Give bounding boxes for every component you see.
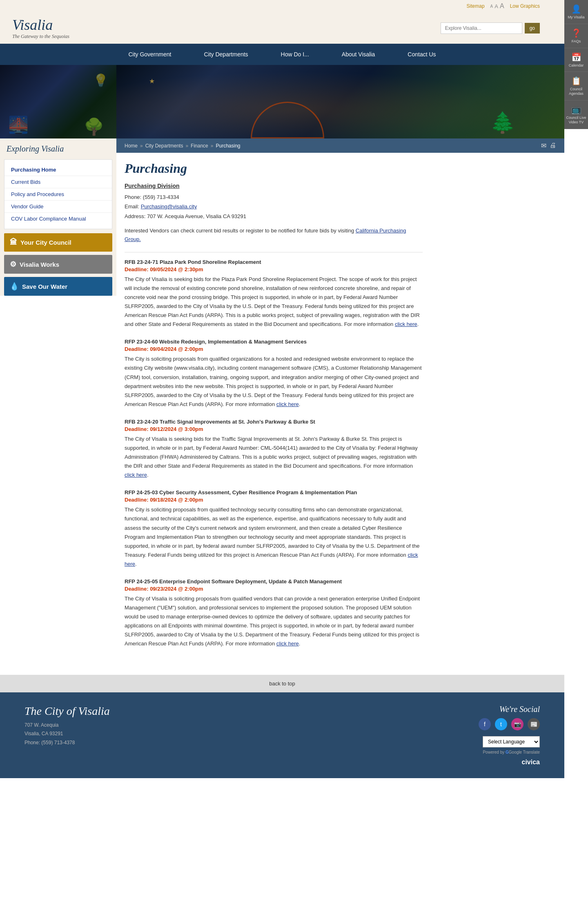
nav-contact-us[interactable]: Contact Us xyxy=(391,44,452,65)
intro-text: Interested Vendors can check current bid… xyxy=(125,227,423,244)
save-our-water-btn[interactable]: 💧 Save Our Water xyxy=(4,277,112,296)
nav-current-bids[interactable]: Current Bids xyxy=(4,176,112,188)
footer-address: 707 W. Acequia Visalia, CA 93291 Phone: … xyxy=(24,721,110,748)
nav-policy-procedures[interactable]: Policy and Procedures xyxy=(4,188,112,201)
calendar-btn[interactable]: 📅 Calendar xyxy=(564,48,588,72)
save-water-icon: 💧 xyxy=(10,282,19,291)
logo-area: Visalia The Gateway to the Sequoias xyxy=(12,16,69,40)
breadcrumb-actions: ✉ 🖨 xyxy=(541,142,556,150)
bid-2-body: The City is soliciting proposals from qu… xyxy=(125,355,423,409)
my-visalia-icon: 👤 xyxy=(571,4,581,14)
breadcrumb: Home » City Departments » Finance » Purc… xyxy=(116,138,564,153)
nav-city-departments[interactable]: City Departments xyxy=(187,44,264,65)
bid-item-5: RFP 24-25-05 Enterprise Endpoint Softwar… xyxy=(125,578,423,649)
nav-city-government[interactable]: City Government xyxy=(112,44,187,65)
font-large-btn[interactable]: A xyxy=(500,2,504,10)
nav-cov-labor[interactable]: COV Labor Compliance Manual xyxy=(4,213,112,225)
bid-1-deadline: Deadline: 09/05/2024 @ 2:30pm xyxy=(125,266,423,272)
contact-email: Email: Purchasing@visalia.city xyxy=(125,202,423,211)
language-select[interactable]: Select Language xyxy=(483,736,540,748)
font-med-btn[interactable]: A xyxy=(494,3,498,9)
back-to-top-link[interactable]: back to top xyxy=(269,681,295,687)
bid-1-title: RFB 23-24-71 Plaza Park Pond Shoreline R… xyxy=(125,259,423,265)
faqs-btn[interactable]: ❓ FAQs xyxy=(564,24,588,48)
email-label: Email: xyxy=(125,203,141,210)
my-visalia-btn[interactable]: 👤 My Visalia xyxy=(564,0,588,24)
bid-3-link[interactable]: click here xyxy=(125,472,147,478)
bid-5-link[interactable]: click here xyxy=(276,640,299,647)
exploring-header: Exploring Visalia xyxy=(0,138,116,159)
footer-logo: The City of Visalia xyxy=(24,705,110,718)
city-council-label: Your City Council xyxy=(20,239,71,246)
nav-how-do-i[interactable]: How Do I... xyxy=(265,44,325,65)
breadcrumb-city-departments[interactable]: City Departments xyxy=(145,143,183,149)
print-icon[interactable]: 🖨 xyxy=(550,142,556,150)
rss-icon[interactable]: 📰 xyxy=(528,718,540,730)
bid-3-deadline: Deadline: 09/12/2024 @ 3:00pm xyxy=(125,426,423,432)
bid-1-body: The City of Visalia is seeking bids for … xyxy=(125,275,423,329)
nav-about-visalia[interactable]: About Visalia xyxy=(325,44,391,65)
twitter-icon[interactable]: t xyxy=(495,718,507,730)
council-live-label: Council Live Video TV xyxy=(564,116,588,125)
bid-3-body: The City of Visalia is seeking bids for … xyxy=(125,435,423,480)
nav-vendor-guide[interactable]: Vendor Guide xyxy=(4,201,112,213)
visalia-works-icon: ⚙ xyxy=(10,260,16,269)
visalia-works-btn[interactable]: ⚙ Visalia Works xyxy=(4,255,112,274)
top-bar: Sitemap A A A Low Graphics xyxy=(0,0,564,12)
email-page-icon[interactable]: ✉ xyxy=(541,142,546,150)
bid-4-body: The City is soliciting proposals from qu… xyxy=(125,505,423,569)
main-nav: City Government City Departments How Do … xyxy=(0,44,564,65)
bid-4-link[interactable]: click here xyxy=(125,552,418,567)
page-title: Purchasing xyxy=(125,161,423,176)
council-agendas-btn[interactable]: 📋 Council Agendas xyxy=(564,72,588,100)
nav-purchasing-home[interactable]: Purchasing Home xyxy=(4,164,112,176)
cpg-link[interactable]: California Purchasing Group. xyxy=(125,228,406,242)
bid-5-title: RFP 24-25-05 Enterprise Endpoint Softwar… xyxy=(125,578,423,585)
breadcrumb-home[interactable]: Home xyxy=(125,143,138,149)
sitemap-link[interactable]: Sitemap xyxy=(467,3,485,9)
search-area: go xyxy=(441,22,540,34)
email-link[interactable]: Purchasing@visalia.city xyxy=(141,203,197,210)
bid-1-link[interactable]: click here xyxy=(395,321,417,327)
search-button[interactable]: go xyxy=(525,23,540,33)
contact-info: Phone: (559) 713-4334 Email: Purchasing@… xyxy=(125,192,423,221)
your-city-council-btn[interactable]: 🏛 Your City Council xyxy=(4,233,112,252)
we-social-label: We're Social xyxy=(479,705,540,714)
right-sidebar: 👤 My Visalia ❓ FAQs 📅 Calendar 📋 Council… xyxy=(564,0,588,129)
facebook-icon[interactable]: f xyxy=(479,718,491,730)
contact-address: Address: 707 W. Acequia Avenue, Visalia … xyxy=(125,212,423,221)
breadcrumb-current: Purchasing xyxy=(216,143,240,149)
bid-2-title: RFP 23-24-60 Website Redesign, Implement… xyxy=(125,339,423,345)
bid-2-link[interactable]: click here xyxy=(276,401,299,407)
instagram-icon[interactable]: 📷 xyxy=(511,718,523,730)
search-input[interactable] xyxy=(441,22,522,34)
main-content: Purchasing Purchasing Division Phone: (5… xyxy=(116,153,435,675)
visalia-works-label: Visalia Works xyxy=(20,261,59,268)
bid-item-2: RFP 23-24-60 Website Redesign, Implement… xyxy=(125,339,423,409)
footer-left: The City of Visalia 707 W. Acequia Visal… xyxy=(24,705,110,748)
council-agendas-label: Council Agendas xyxy=(564,87,588,96)
low-graphics-link[interactable]: Low Graphics xyxy=(510,3,540,9)
breadcrumb-finance[interactable]: Finance xyxy=(191,143,208,149)
bid-item-4: RFP 24-25-03 Cyber Security Assessment, … xyxy=(125,489,423,569)
footer: The City of Visalia 707 W. Acequia Visal… xyxy=(0,692,564,778)
faqs-icon: ❓ xyxy=(571,28,581,38)
back-to-top: back to top xyxy=(0,675,564,692)
faqs-label: FAQs xyxy=(572,39,581,44)
council-live-btn[interactable]: 📺 Council Live Video TV xyxy=(564,100,588,129)
left-panel: Exploring Visalia Purchasing Home Curren… xyxy=(0,138,116,296)
bid-5-body: The City of Visalia is soliciting propos… xyxy=(125,594,423,649)
bid-4-deadline: Deadline: 09/18/2024 @ 2:00pm xyxy=(125,497,423,503)
civica-logo: civica xyxy=(479,759,540,766)
main-content-area: 🌲 ★ Home » City Departments » Finance » … xyxy=(116,65,564,675)
font-small-btn[interactable]: A xyxy=(490,4,493,9)
bid-5-deadline: Deadline: 09/23/2024 @ 2:00pm xyxy=(125,586,423,592)
bid-item-1: RFB 23-24-71 Plaza Park Pond Shoreline R… xyxy=(125,259,423,329)
divider-1 xyxy=(125,252,423,252)
calendar-icon: 📅 xyxy=(571,52,581,62)
bid-3-title: RFB 23-24-20 Traffic Signal Improvements… xyxy=(125,419,423,425)
council-live-icon: 📺 xyxy=(571,105,581,114)
division-title: Purchasing Division xyxy=(125,183,423,189)
header: Visalia The Gateway to the Sequoias go xyxy=(0,12,564,44)
logo-text: Visalia xyxy=(12,16,69,33)
